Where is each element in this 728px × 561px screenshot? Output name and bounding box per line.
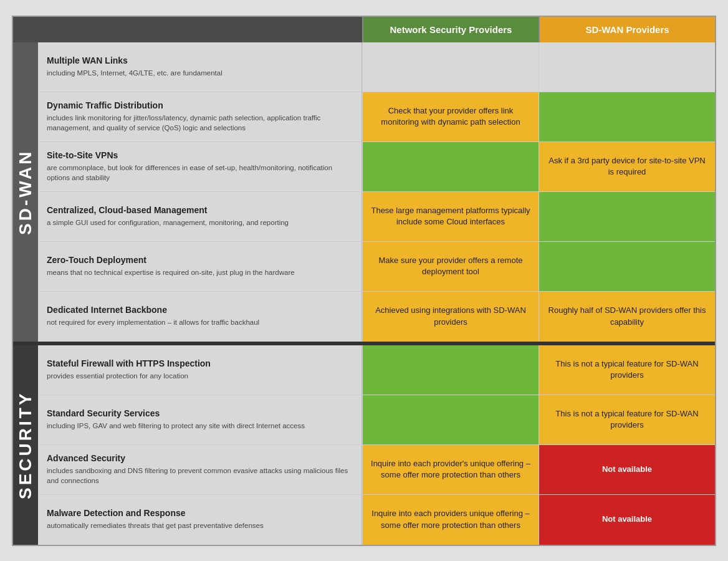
feature-subtitle: means that no technical expertise is req… bbox=[47, 267, 353, 277]
feature-description: Malware Detection and Responseautomatica… bbox=[38, 495, 362, 545]
feature-description: Multiple WAN Linksincluding MPLS, Intern… bbox=[38, 42, 362, 92]
network-cell: Check that your provider offers link mon… bbox=[362, 92, 539, 141]
sdwan-providers-header: SD-WAN Providers bbox=[539, 17, 715, 42]
table-row: Multiple WAN Linksincluding MPLS, Intern… bbox=[38, 42, 715, 92]
feature-subtitle: including IPS, GAV and web filtering to … bbox=[47, 421, 353, 431]
feature-description: Standard Security Servicesincluding IPS,… bbox=[38, 395, 362, 444]
sdwan-cell bbox=[539, 92, 715, 141]
feature-title: Standard Security Services bbox=[47, 408, 353, 418]
feature-subtitle: includes link monitoring for jitter/loss… bbox=[47, 113, 353, 133]
network-security-header: Network Security Providers bbox=[362, 17, 539, 42]
feature-title: Dynamic Traffic Distribution bbox=[47, 100, 353, 110]
feature-description: Site-to-Site VPNsare commonplace, but lo… bbox=[38, 142, 362, 191]
network-cell: Inquire into each provider's unique offe… bbox=[362, 445, 539, 494]
security-section: SECURITY Stateful Firewall with HTTPS In… bbox=[13, 345, 715, 545]
header-empty-col bbox=[13, 17, 362, 42]
feature-title: Site-to-Site VPNs bbox=[47, 150, 353, 160]
feature-title: Zero-Touch Deployment bbox=[47, 255, 353, 265]
feature-subtitle: includes sandboxing and DNS filtering to… bbox=[47, 466, 353, 486]
sdwan-cell bbox=[539, 42, 715, 92]
feature-title: Dedicated Internet Backbone bbox=[47, 305, 353, 315]
network-cell bbox=[362, 142, 539, 191]
network-cell bbox=[362, 395, 539, 444]
network-cell: These large management platforms typical… bbox=[362, 192, 539, 241]
sdwan-cell: Not available bbox=[539, 445, 715, 494]
network-cell bbox=[362, 42, 539, 92]
network-cell bbox=[362, 345, 539, 395]
sdwan-cell: Ask if a 3rd party device for site-to-si… bbox=[539, 142, 715, 191]
feature-description: Dedicated Internet Backbonenot required … bbox=[38, 292, 362, 342]
feature-description: Advanced Securityincludes sandboxing and… bbox=[38, 445, 362, 494]
sdwan-section: SD-WAN Multiple WAN Linksincluding MPLS,… bbox=[13, 42, 715, 342]
sdwan-cell: Roughly half of SD-WAN providers offer t… bbox=[539, 292, 715, 342]
feature-title: Malware Detection and Response bbox=[47, 508, 353, 518]
network-cell: Make sure your provider offers a remote … bbox=[362, 242, 539, 291]
sdwan-cell: Not available bbox=[539, 495, 715, 545]
comparison-table: Network Security Providers SD-WAN Provid… bbox=[13, 17, 715, 545]
feature-title: Stateful Firewall with HTTPS Inspection bbox=[47, 358, 353, 368]
feature-subtitle: automatically remediates threats that ge… bbox=[47, 520, 353, 530]
table-row: Dedicated Internet Backbonenot required … bbox=[38, 292, 715, 342]
feature-description: Dynamic Traffic Distributionincludes lin… bbox=[38, 92, 362, 141]
feature-subtitle: not required for every implementation – … bbox=[47, 317, 353, 327]
feature-subtitle: including MPLS, Internet, 4G/LTE, etc. a… bbox=[47, 68, 353, 78]
table-row: Site-to-Site VPNsare commonplace, but lo… bbox=[38, 142, 715, 192]
table-row: Stateful Firewall with HTTPS Inspectionp… bbox=[38, 345, 715, 395]
network-cell: Achieved using integrations with SD-WAN … bbox=[362, 292, 539, 342]
main-container: Network Security Providers SD-WAN Provid… bbox=[12, 16, 716, 546]
table-row: Malware Detection and Responseautomatica… bbox=[38, 495, 715, 545]
feature-description: Zero-Touch Deploymentmeans that no techn… bbox=[38, 242, 362, 291]
security-rows: Stateful Firewall with HTTPS Inspectionp… bbox=[38, 345, 715, 545]
sdwan-rows: Multiple WAN Linksincluding MPLS, Intern… bbox=[38, 42, 715, 342]
table-row: Standard Security Servicesincluding IPS,… bbox=[38, 395, 715, 445]
feature-title: Advanced Security bbox=[47, 453, 353, 463]
feature-description: Centralized, Cloud-based Managementa sim… bbox=[38, 192, 362, 241]
feature-subtitle: provides essential protection for any lo… bbox=[47, 371, 353, 381]
sdwan-cell bbox=[539, 192, 715, 241]
feature-subtitle: a simple GUI used for configuration, man… bbox=[47, 218, 353, 228]
sdwan-cell bbox=[539, 242, 715, 291]
table-row: Centralized, Cloud-based Managementa sim… bbox=[38, 192, 715, 242]
table-header: Network Security Providers SD-WAN Provid… bbox=[13, 17, 715, 42]
table-row: Dynamic Traffic Distributionincludes lin… bbox=[38, 92, 715, 142]
feature-title: Centralized, Cloud-based Management bbox=[47, 205, 353, 215]
feature-description: Stateful Firewall with HTTPS Inspectionp… bbox=[38, 345, 362, 395]
network-cell: Inquire into each providers unique offer… bbox=[362, 495, 539, 545]
feature-title: Multiple WAN Links bbox=[47, 55, 353, 65]
sdwan-cell: This is not a typical feature for SD-WAN… bbox=[539, 345, 715, 395]
table-row: Zero-Touch Deploymentmeans that no techn… bbox=[38, 242, 715, 292]
table-row: Advanced Securityincludes sandboxing and… bbox=[38, 445, 715, 495]
sdwan-cell: This is not a typical feature for SD-WAN… bbox=[539, 395, 715, 444]
feature-subtitle: are commonplace, but look for difference… bbox=[47, 163, 353, 183]
security-section-label: SECURITY bbox=[13, 345, 38, 545]
sdwan-section-label: SD-WAN bbox=[13, 42, 38, 342]
